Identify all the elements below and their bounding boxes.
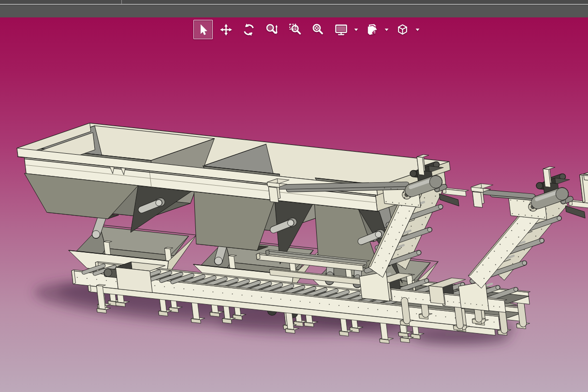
tool-update-button[interactable] bbox=[362, 20, 382, 39]
tool-pan-button[interactable] bbox=[216, 20, 235, 39]
chevron-down-icon bbox=[384, 28, 389, 31]
tool-rotate-button[interactable] bbox=[239, 20, 259, 39]
zoom-icon bbox=[265, 23, 279, 37]
tool-full-screen-dropdown[interactable] bbox=[353, 20, 359, 39]
pan-icon bbox=[219, 23, 233, 37]
model-scene bbox=[0, 17, 588, 392]
viewport-3d[interactable] bbox=[0, 17, 588, 392]
zoom-fit-icon bbox=[311, 23, 325, 37]
tool-full-screen-button[interactable] bbox=[331, 20, 351, 39]
tool-zoom-button[interactable] bbox=[263, 20, 282, 39]
tool-zoom-area-button[interactable] bbox=[285, 20, 305, 39]
machine-assembly bbox=[17, 123, 588, 348]
title-bar-divider bbox=[121, 0, 122, 4]
tool-select-button[interactable] bbox=[193, 20, 213, 39]
tool-zoom-fit-button[interactable] bbox=[309, 20, 328, 39]
tool-view-orientation-dropdown[interactable] bbox=[414, 20, 421, 39]
update-icon bbox=[365, 23, 379, 37]
chevron-down-icon bbox=[415, 28, 420, 31]
tool-update-dropdown[interactable] bbox=[383, 20, 390, 39]
chevron-down-icon bbox=[354, 28, 358, 31]
view-orientation-icon bbox=[396, 23, 410, 37]
heads-up-toolbar bbox=[191, 19, 422, 40]
tool-view-orientation-button[interactable] bbox=[393, 20, 412, 39]
select-icon bbox=[196, 23, 210, 37]
menu-bar bbox=[0, 5, 588, 17]
zoom-area-icon bbox=[288, 23, 302, 37]
rotate-icon bbox=[242, 23, 256, 37]
title-bar bbox=[0, 0, 588, 4]
full-screen-icon bbox=[334, 23, 348, 37]
